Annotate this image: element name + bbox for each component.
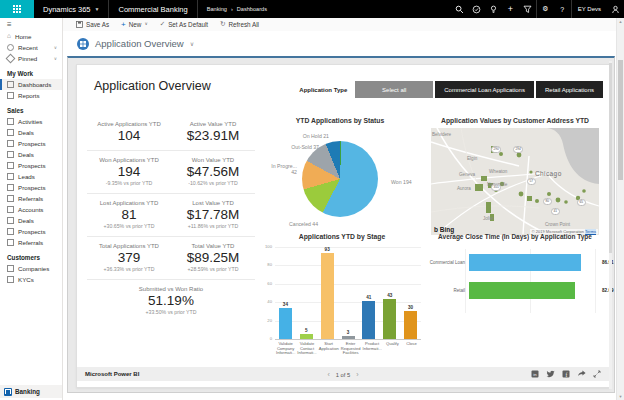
kpi-lost-applications[interactable]: Lost Applications YTD 81 +30.65% vs prio… <box>87 200 171 229</box>
slicer-select-all-button[interactable]: Select all <box>355 81 433 98</box>
next-page-icon[interactable]: › <box>350 371 364 378</box>
kpi-active-applications[interactable]: Active Applications YTD 104 <box>87 121 171 143</box>
topbar-actions: + ⚙ ? EY Devs <box>451 0 624 18</box>
home-icon: ⌂ <box>7 33 11 40</box>
sidebar-item-dashboards[interactable]: Dashboards <box>0 79 62 90</box>
sidebar-item-prospects[interactable]: Prospects <box>0 138 62 149</box>
sidebar-section-customers: Customers <box>0 248 62 263</box>
kpi-submitted-won-ratio[interactable]: Submitted vs Won Ratio 51.19% +33.50% vs… <box>87 286 255 315</box>
y-tick: 0 <box>257 336 272 341</box>
map-title: Application Values by Customer Address Y… <box>429 117 601 124</box>
bar-commercial-loan[interactable] <box>469 254 581 271</box>
scroll-up-icon[interactable]: ▲ <box>617 19 624 24</box>
refresh-all-button[interactable]: ↻ Refresh All <box>214 21 265 28</box>
dashboard-selector-chevron[interactable]: ∨ <box>190 40 194 47</box>
previous-page-icon[interactable]: ‹ <box>321 371 335 378</box>
sidebar-section-sales: Sales <box>0 101 62 116</box>
slicer-commercial-loan-button[interactable]: Commercial Loan Applications <box>435 81 534 98</box>
route-shield: 41 <box>551 208 560 215</box>
pie-label-canceled: Canceled 44 <box>289 221 318 227</box>
help-icon[interactable]: ? <box>554 0 571 18</box>
deals-icon <box>7 151 14 158</box>
sidebar-item-companies[interactable]: Companies <box>0 263 62 274</box>
bar-retail[interactable] <box>469 282 575 299</box>
kpi-lost-value[interactable]: Lost Value YTD $17.78M +11.86% vs prior … <box>171 200 255 229</box>
app-name[interactable]: Commercial Banking <box>108 0 197 18</box>
user-name[interactable]: EY Devs <box>572 6 607 12</box>
sidebar-section-my-work: My Work <box>0 64 62 79</box>
kpi-total-value[interactable]: Total Value YTD $89.25M +28.59% vs prior… <box>171 243 255 272</box>
gear-icon[interactable]: ⚙ <box>537 0 554 18</box>
scroll-down-icon[interactable]: ▼ <box>617 394 624 399</box>
companies-icon <box>7 265 14 272</box>
plus-icon[interactable]: + <box>502 0 519 18</box>
bing-map[interactable]: Belvidere Elgin Geneva Aurora Wheaton Na… <box>431 128 599 235</box>
bar-start-application[interactable]: 93 <box>317 247 338 339</box>
accounts-icon <box>7 206 14 213</box>
new-button[interactable]: + New ∨ <box>115 21 154 29</box>
sidebar-item-reports[interactable]: Reports <box>0 90 62 101</box>
map-city-wheaton: Wheaton <box>489 169 507 174</box>
scrollbar-thumb[interactable] <box>618 60 623 180</box>
sidebar-item-accounts[interactable]: Accounts <box>0 204 62 215</box>
stage-x-axis-labels: Validate Company Informati... Validate C… <box>275 342 421 356</box>
site-map-sidebar: ≡ ⌂ Home Recent ∨ Pinned ∨ My Work Dashb… <box>0 18 63 400</box>
sidebar-item-home[interactable]: ⌂ Home <box>0 31 62 42</box>
y-tick: 60 <box>257 281 272 286</box>
map-graphics <box>431 128 599 235</box>
breadcrumb-page[interactable]: Dashboards <box>237 6 267 12</box>
sidebar-item-pinned[interactable]: Pinned ∨ <box>0 53 62 64</box>
sidebar-item-kycs[interactable]: KYCs <box>0 274 62 285</box>
bar-product-information[interactable]: 41 <box>358 247 379 339</box>
person-icon[interactable] <box>607 0 624 18</box>
route-shield: 80 <box>543 198 552 205</box>
sidebar-item-leads[interactable]: Leads <box>0 171 62 182</box>
sitemap-collapse-button[interactable]: ≡ <box>0 18 62 31</box>
bar-enter-facilities[interactable]: 3 <box>338 247 359 339</box>
kpi-won-value[interactable]: Won Value YTD $47.56M -10.62% vs prior Y… <box>171 157 255 186</box>
status-pie[interactable] <box>302 141 378 217</box>
kpi-active-value[interactable]: Active Value YTD $23.91M <box>171 121 255 143</box>
filter-icon[interactable] <box>519 0 536 18</box>
route-shield: 355 <box>491 184 501 191</box>
breadcrumb-area[interactable]: Banking <box>207 6 227 12</box>
kpi-card-grid: Active Applications YTD 104 Active Value… <box>87 115 255 322</box>
bar-qualify[interactable]: 43 <box>379 247 400 339</box>
sidebar-item-deals[interactable]: Deals <box>0 149 62 160</box>
sidebar-item-activities[interactable]: Activities <box>0 116 62 127</box>
map-city-aurora: Aurora <box>457 186 471 191</box>
sidebar-item-referrals[interactable]: Referrals <box>0 193 62 204</box>
report-scrollbar[interactable] <box>609 61 612 389</box>
slicer-retail-button[interactable]: Retail Applications <box>536 81 603 98</box>
sidebar-item-prospects[interactable]: Prospects <box>0 160 62 171</box>
window-scrollbar[interactable]: ▲ ▼ <box>616 18 624 400</box>
product-switcher[interactable]: Dynamics 365 ▼ <box>34 0 108 18</box>
sidebar-item-recent[interactable]: Recent ∨ <box>0 42 62 53</box>
page-navigation: ‹1 of 5› <box>77 371 609 378</box>
change-area-control[interactable]: Banking ↕ <box>0 385 63 398</box>
kpi-total-applications[interactable]: Total Applications YTD 379 +36.33% vs pr… <box>87 243 171 272</box>
task-check-icon[interactable] <box>468 0 485 18</box>
bing-logo[interactable]: b Bing <box>434 226 454 233</box>
set-as-default-button[interactable]: ✓ Set As Default <box>154 21 214 28</box>
kpi-won-applications[interactable]: Won Applications YTD 194 -9.35% vs prior… <box>87 157 171 186</box>
sidebar-item-deals[interactable]: Deals <box>0 215 62 226</box>
close-time-chart-title: Average Close Time (In Days) by Applicat… <box>429 233 601 240</box>
save-as-button[interactable]: Save As <box>70 21 115 28</box>
powerbi-footer-bar: Microsoft Power BI ‹1 of 5› in f <box>77 367 609 381</box>
leads-icon <box>7 173 14 180</box>
app-window: Dynamics 365 ▼ Commercial Banking Bankin… <box>0 0 624 400</box>
waffle-menu-button[interactable] <box>0 0 34 18</box>
check-icon: ✓ <box>160 21 165 28</box>
sidebar-item-referrals[interactable]: Referrals <box>0 237 62 248</box>
bar-close[interactable]: 30 <box>400 247 421 339</box>
sidebar-item-deals[interactable]: Deals <box>0 127 62 138</box>
sidebar-item-prospects[interactable]: Prospects <box>0 182 62 193</box>
bar-validate-contact[interactable]: 5 <box>296 247 317 339</box>
sidebar-item-prospects[interactable]: Prospects <box>0 226 62 237</box>
search-icon[interactable] <box>451 0 468 18</box>
bar-validate-company[interactable]: 34 <box>275 247 296 339</box>
chevron-down-icon: ∨ <box>144 22 147 27</box>
map-city-crown-point: Crown Point <box>545 222 570 227</box>
lightbulb-icon[interactable] <box>485 0 502 18</box>
